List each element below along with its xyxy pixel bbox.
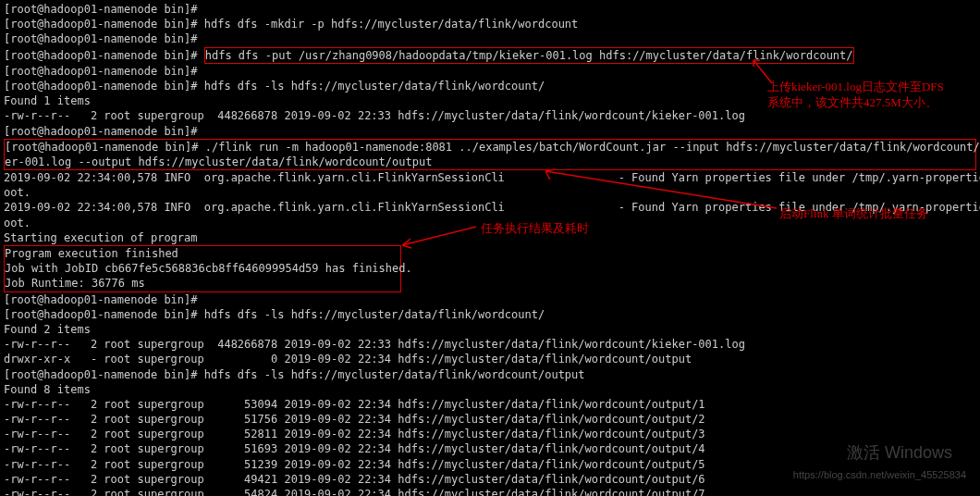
watermark-url: https://blog.csdn.net/weixin_45525834 xyxy=(793,468,966,482)
terminal-line: Found 8 items xyxy=(4,382,976,397)
terminal-line: oot. xyxy=(4,185,976,200)
annotation-upload: 上传kieker-001.log日志文件至DFS xyxy=(767,79,944,95)
terminal-line: [root@hadoop01-namenode bin]# hdfs dfs -… xyxy=(4,307,976,322)
terminal-line: [root@hadoop01-namenode bin]# xyxy=(4,124,976,139)
terminal-line: -rw-r--r-- 2 root supergroup 51756 2019-… xyxy=(4,412,976,427)
terminal-line: [root@hadoop01-namenode bin]# xyxy=(4,64,976,79)
annotation-result: 任务执行结果及耗时 xyxy=(481,220,589,237)
terminal-line: -rw-r--r-- 2 root supergroup 54824 2019-… xyxy=(4,487,976,496)
annotation-upload2: 系统中，该文件共427.5M大小。 xyxy=(767,94,937,111)
terminal-output[interactable]: [root@hadoop01-namenode bin]# [root@hado… xyxy=(4,2,976,496)
terminal-line: Program execution finished xyxy=(5,246,400,261)
terminal-line: [root@hadoop01-namenode bin]# ./flink ru… xyxy=(5,140,975,155)
terminal-line: -rw-r--r-- 2 root supergroup 448266878 2… xyxy=(4,337,976,352)
terminal-line: Job with JobID cb667fe5c568836cb8ff64609… xyxy=(5,261,400,276)
annotation-start: 启动Flink 单词统计批量任务 xyxy=(779,205,928,222)
terminal-line: Found 2 items xyxy=(4,322,976,337)
terminal-line: [root@hadoop01-namenode bin]# xyxy=(4,292,976,307)
terminal-line: [root@hadoop01-namenode bin]# hdfs dfs -… xyxy=(4,17,976,31)
terminal-line: Job Runtime: 36776 ms xyxy=(5,276,400,291)
terminal-line: drwxr-xr-x - root supergroup 0 2019-09-0… xyxy=(4,352,976,366)
terminal-line: -rw-r--r-- 2 root supergroup 52811 2019-… xyxy=(4,427,976,441)
arrow-icon xyxy=(541,167,781,213)
highlight-flink-run: [root@hadoop01-namenode bin]# ./flink ru… xyxy=(4,139,976,170)
terminal-line: -rw-r--r-- 2 root supergroup 53094 2019-… xyxy=(4,397,976,412)
arrow-icon xyxy=(398,222,481,250)
terminal-line: -rw-r--r-- 2 root supergroup 448266878 2… xyxy=(4,108,976,123)
terminal-line: [root@hadoop01-namenode bin]# xyxy=(4,31,976,46)
highlight-job-result: Program execution finished Job with JobI… xyxy=(4,245,401,292)
terminal-line: [root@hadoop01-namenode bin]# xyxy=(4,2,976,17)
watermark-activate: 激活 Windows xyxy=(847,441,952,464)
terminal-line: [root@hadoop01-namenode bin]# hdfs dfs -… xyxy=(4,47,976,64)
terminal-line: 2019-09-02 22:34:00,578 INFO org.apache.… xyxy=(4,170,976,185)
terminal-line: -rw-r--r-- 2 root supergroup 51693 2019-… xyxy=(4,441,976,456)
terminal-line: er-001.log --output hdfs://mycluster/dat… xyxy=(5,155,975,169)
terminal-line: [root@hadoop01-namenode bin]# hdfs dfs -… xyxy=(4,367,976,382)
